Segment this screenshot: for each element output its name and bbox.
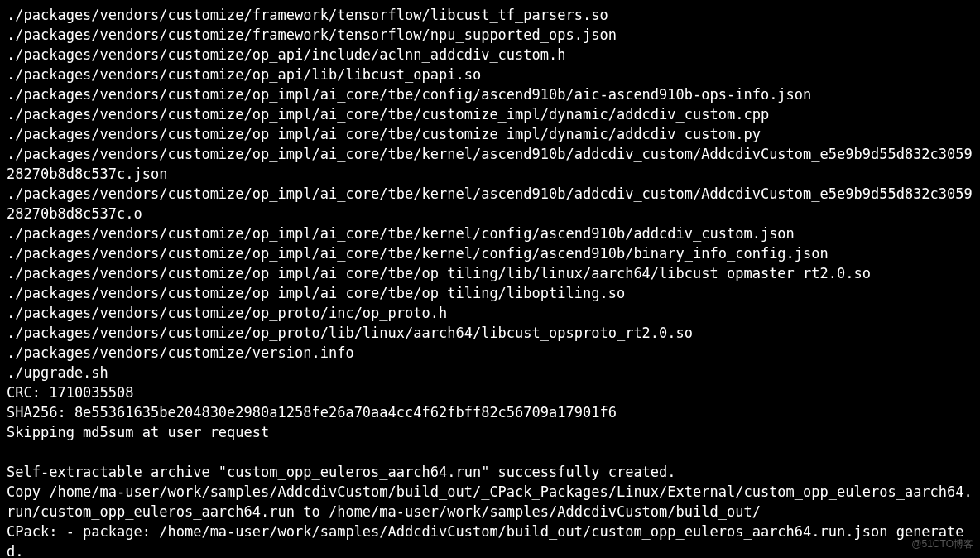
- terminal-line: Skipping md5sum at user request: [7, 422, 973, 442]
- terminal-line: ./packages/vendors/customize/op_proto/in…: [7, 303, 973, 323]
- terminal-line: ./packages/vendors/customize/op_proto/li…: [7, 323, 973, 343]
- terminal-line: ./packages/vendors/customize/op_api/incl…: [7, 45, 973, 65]
- terminal-line: ./packages/vendors/customize/op_impl/ai_…: [7, 124, 973, 144]
- terminal-line: [7, 442, 973, 462]
- watermark: @51CTO博客: [911, 537, 973, 551]
- terminal-line: Copy /home/ma-user/work/samples/AddcdivC…: [7, 482, 973, 522]
- terminal-line: SHA256: 8e55361635be204830e2980a1258fe26…: [7, 402, 973, 422]
- terminal-line: CPack: - package: /home/ma-user/work/sam…: [7, 522, 973, 558]
- terminal-line: ./packages/vendors/customize/op_impl/ai_…: [7, 104, 973, 124]
- terminal-line: CRC: 1710035508: [7, 382, 973, 402]
- terminal-line: ./packages/vendors/customize/op_impl/ai_…: [7, 224, 973, 243]
- terminal-line: ./packages/vendors/customize/op_impl/ai_…: [7, 263, 973, 283]
- terminal-line: ./packages/vendors/customize/framework/t…: [7, 25, 973, 45]
- terminal-line: ./packages/vendors/customize/op_impl/ai_…: [7, 144, 973, 184]
- terminal-line: ./packages/vendors/customize/op_impl/ai_…: [7, 283, 973, 303]
- terminal-line: ./packages/vendors/customize/framework/t…: [7, 5, 973, 25]
- terminal-line: ./packages/vendors/customize/op_api/lib/…: [7, 65, 973, 84]
- terminal-line: ./packages/vendors/customize/op_impl/ai_…: [7, 84, 973, 104]
- terminal-line: ./upgrade.sh: [7, 363, 973, 382]
- terminal-output[interactable]: ./packages/vendors/customize/framework/t…: [0, 0, 980, 558]
- terminal-line: Self-extractable archive "custom_opp_eul…: [7, 462, 973, 482]
- terminal-line: ./packages/vendors/customize/op_impl/ai_…: [7, 243, 973, 263]
- terminal-line: ./packages/vendors/customize/version.inf…: [7, 343, 973, 363]
- terminal-line: ./packages/vendors/customize/op_impl/ai_…: [7, 184, 973, 224]
